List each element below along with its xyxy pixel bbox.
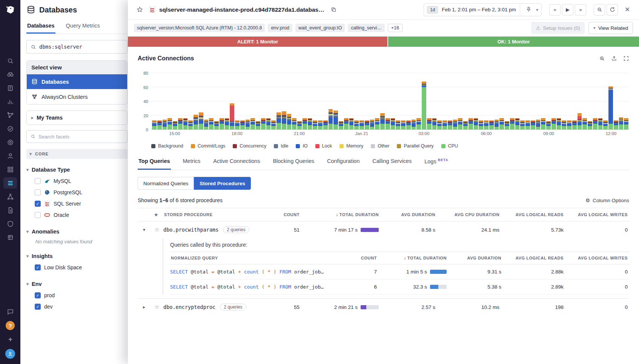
col-avg-logical-writes[interactable]: AVG LOGICAL WRITES [565, 256, 629, 260]
chart-bar[interactable] [359, 73, 364, 129]
ci-icon[interactable] [3, 232, 17, 243]
legend-item[interactable]: Background [151, 143, 183, 149]
legend-item[interactable]: Commit/Logs [191, 143, 226, 149]
legend-item[interactable]: Memory [339, 143, 363, 149]
chart-bar[interactable] [416, 73, 421, 129]
rewind-button[interactable]: « [549, 4, 561, 15]
datadog-logo[interactable] [3, 3, 17, 17]
checkbox-checked[interactable]: ✓ [35, 264, 41, 270]
chevron-down-icon[interactable]: ▾ [536, 7, 538, 12]
chart-bar[interactable] [220, 73, 224, 129]
chart-bar[interactable] [567, 73, 571, 129]
checkbox-unchecked[interactable] [35, 212, 41, 218]
chart-bar[interactable] [525, 73, 530, 129]
col-avg-logical-writes[interactable]: AVG LOGICAL WRITES [565, 212, 629, 217]
facet-option-prod[interactable]: ✓ prod [26, 290, 127, 301]
chat-icon[interactable] [3, 306, 17, 317]
setup-issues-button[interactable]: ⚠ Setup Issues (0) [531, 22, 584, 34]
chart-bar[interactable] [209, 73, 214, 129]
star-column-header[interactable]: ★ [151, 212, 163, 217]
chart-bar[interactable] [375, 73, 379, 129]
monitor-ok-segment[interactable]: OK: 1 Monitor [388, 37, 639, 47]
procedure-name[interactable]: dbo.procwithparams [163, 227, 218, 233]
chart-bar[interactable] [183, 73, 188, 129]
play-button[interactable]: ▶ [562, 4, 573, 15]
chart-bar[interactable] [495, 73, 499, 129]
facet-option-low-disk-space[interactable]: ✓ Low Disk Space [26, 262, 127, 273]
chart-bar[interactable] [370, 73, 375, 129]
chart-bar[interactable] [598, 73, 603, 129]
facet-search-input[interactable] [38, 134, 123, 140]
normalized-query-text[interactable]: SELECT @total = @total + count ( * ) FRO… [170, 269, 337, 275]
chart-bar[interactable] [391, 73, 395, 129]
chart-bar[interactable] [541, 73, 545, 129]
chart-bar[interactable] [520, 73, 525, 129]
metrics-icon[interactable] [3, 96, 17, 107]
chart-bar[interactable] [614, 73, 618, 129]
chart-bar[interactable] [230, 73, 234, 129]
tab-metrics[interactable]: Metrics [182, 154, 201, 170]
col-avg-cpu-duration[interactable]: AVG CPU DURATION [437, 212, 501, 217]
tab-blocking-queries[interactable]: Blocking Queries [272, 154, 315, 170]
refresh-icon[interactable] [607, 4, 618, 15]
tag-chip[interactable]: wait_event_group:IO [295, 24, 345, 32]
chart-bar[interactable] [499, 73, 504, 129]
chart-bar[interactable] [515, 73, 520, 129]
chart-bar[interactable] [204, 73, 209, 129]
chart-bar[interactable] [448, 73, 452, 129]
col-count[interactable]: COUNT [260, 212, 301, 217]
legend-item[interactable]: Lock [315, 143, 332, 149]
chart-bar[interactable] [572, 73, 577, 129]
chart-bar[interactable] [608, 73, 613, 129]
checkbox-unchecked[interactable] [35, 189, 41, 195]
chart-bar[interactable] [157, 73, 162, 129]
queries-badge[interactable]: 2 queries [220, 304, 246, 310]
favorite-star-icon[interactable] [134, 4, 145, 15]
chart-bar[interactable] [349, 73, 354, 129]
export-icon[interactable] [611, 55, 617, 61]
user-avatar[interactable] [5, 349, 15, 359]
chart-bar[interactable] [313, 73, 317, 129]
network-icon[interactable] [3, 191, 17, 202]
legend-item[interactable]: Parallel Query [397, 143, 433, 149]
checkbox-checked[interactable]: ✓ [35, 304, 41, 310]
chart-bar[interactable] [329, 73, 333, 129]
chart-bar[interactable] [194, 73, 198, 129]
chart-bar[interactable] [619, 73, 624, 129]
chart-bar[interactable] [167, 73, 172, 129]
tag-chip[interactable]: sqlserver_version:Microsoft SQL Azure (R… [134, 24, 265, 32]
chart-bar[interactable] [474, 73, 478, 129]
view-item-databases[interactable]: Databases [27, 74, 127, 89]
chart-bar[interactable] [256, 73, 260, 129]
chart-bar[interactable] [225, 73, 229, 129]
time-range-text[interactable]: Feb 1, 2:01 pm – Feb 2, 3:01 pm [442, 7, 516, 12]
checkbox-checked[interactable]: ✓ [35, 201, 41, 207]
search-icon[interactable] [3, 55, 17, 66]
chart-bar[interactable] [396, 73, 400, 129]
zoom-out-icon[interactable] [594, 4, 605, 15]
monitor-alert-segment[interactable]: ALERT: 1 Monitor [128, 37, 387, 47]
reset-zoom-icon[interactable] [599, 55, 605, 61]
nested-query-row[interactable]: SELECT @total = @total + count ( * ) FRO… [170, 280, 629, 295]
chart-bar[interactable] [386, 73, 390, 129]
facet-header[interactable]: ▾ Insights [26, 250, 127, 262]
chart-bar[interactable] [297, 73, 302, 129]
col-avg-duration[interactable]: AVG DURATION [380, 212, 437, 217]
my-teams-toggle[interactable]: ▸ My Teams [26, 111, 127, 125]
chart-bar[interactable] [276, 73, 281, 129]
chart-bar[interactable] [323, 73, 328, 129]
traces-icon[interactable] [3, 109, 17, 121]
chart-bar[interactable] [250, 73, 255, 129]
legend-item[interactable]: Concurrency [233, 143, 266, 149]
more-tags-button[interactable]: +16 [388, 24, 402, 32]
tab-calling-services[interactable]: Calling Services [372, 154, 412, 170]
col-avg-duration[interactable]: AVG DURATION [448, 256, 503, 260]
chart-bar[interactable] [510, 73, 515, 129]
chart-bar[interactable] [484, 73, 488, 129]
chart-bar[interactable] [401, 73, 406, 129]
stored-procedures-button[interactable]: Stored Procedures [194, 177, 251, 190]
watchdog-icon[interactable] [3, 69, 17, 80]
copy-icon[interactable] [328, 4, 339, 15]
chart-bar[interactable] [463, 73, 468, 129]
facet-search-box[interactable] [26, 130, 127, 143]
